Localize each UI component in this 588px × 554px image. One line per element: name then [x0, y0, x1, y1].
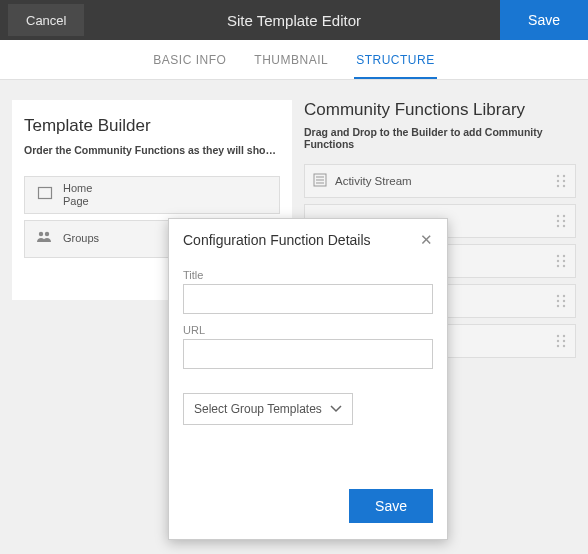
title-input[interactable]	[183, 284, 433, 314]
svg-point-36	[563, 345, 565, 347]
svg-point-20	[563, 255, 565, 257]
title-field-label: Title	[183, 269, 433, 281]
functions-library-title: Community Functions Library	[304, 100, 576, 120]
svg-point-31	[557, 335, 559, 337]
cancel-button[interactable]: Cancel	[8, 4, 84, 36]
modal-save-button[interactable]: Save	[349, 489, 433, 523]
svg-point-23	[557, 265, 559, 267]
top-bar: Cancel Site Template Editor Save	[0, 0, 588, 40]
svg-point-11	[557, 185, 559, 187]
svg-point-9	[557, 180, 559, 182]
drag-handle-icon[interactable]	[555, 334, 567, 348]
tab-basic-info[interactable]: BASIC INFO	[151, 41, 228, 79]
svg-point-29	[557, 305, 559, 307]
svg-point-27	[557, 300, 559, 302]
svg-point-28	[563, 300, 565, 302]
svg-point-2	[45, 232, 49, 236]
svg-point-16	[563, 220, 565, 222]
svg-point-35	[557, 345, 559, 347]
svg-point-33	[557, 340, 559, 342]
drag-handle-icon[interactable]	[555, 294, 567, 308]
drag-handle-icon[interactable]	[555, 174, 567, 188]
drag-handle-icon[interactable]	[555, 254, 567, 268]
url-field-label: URL	[183, 324, 433, 336]
save-button[interactable]: Save	[500, 0, 588, 40]
select-placeholder: Select Group Templates	[194, 402, 322, 416]
modal-title: Configuration Function Details	[183, 232, 371, 248]
library-item-label: Activity Stream	[335, 175, 412, 187]
svg-point-10	[563, 180, 565, 182]
svg-point-25	[557, 295, 559, 297]
svg-point-1	[39, 232, 43, 236]
page-icon	[33, 185, 57, 205]
svg-point-22	[563, 260, 565, 262]
group-templates-select[interactable]: Select Group Templates	[183, 393, 353, 425]
page-title: Site Template Editor	[227, 12, 361, 29]
svg-point-13	[557, 215, 559, 217]
drag-handle-icon[interactable]	[555, 214, 567, 228]
close-icon[interactable]: ✕	[420, 231, 433, 249]
svg-point-15	[557, 220, 559, 222]
config-function-modal: Configuration Function Details ✕ Title U…	[168, 218, 448, 540]
template-builder-title: Template Builder	[24, 116, 280, 136]
svg-point-8	[563, 175, 565, 177]
tab-structure[interactable]: STRUCTURE	[354, 41, 437, 79]
svg-rect-0	[39, 188, 52, 199]
svg-point-34	[563, 340, 565, 342]
list-icon	[313, 173, 327, 190]
builder-item-label: Home Page	[63, 182, 92, 208]
svg-point-7	[557, 175, 559, 177]
svg-point-14	[563, 215, 565, 217]
svg-point-12	[563, 185, 565, 187]
svg-point-18	[563, 225, 565, 227]
svg-point-32	[563, 335, 565, 337]
svg-point-21	[557, 260, 559, 262]
tab-bar: BASIC INFO THUMBNAIL STRUCTURE	[0, 40, 588, 80]
svg-point-26	[563, 295, 565, 297]
tab-thumbnail[interactable]: THUMBNAIL	[252, 41, 330, 79]
library-item[interactable]: Activity Stream	[304, 164, 576, 198]
template-builder-subtitle: Order the Community Functions as they wi…	[24, 144, 280, 156]
url-input[interactable]	[183, 339, 433, 369]
builder-item-home[interactable]: Home Page	[24, 176, 280, 214]
chevron-down-icon	[330, 402, 342, 416]
svg-point-19	[557, 255, 559, 257]
builder-item-label: Groups	[63, 232, 99, 245]
svg-point-30	[563, 305, 565, 307]
svg-point-24	[563, 265, 565, 267]
functions-library-subtitle: Drag and Drop to the Builder to add Comm…	[304, 126, 576, 150]
svg-point-17	[557, 225, 559, 227]
groups-icon	[33, 230, 57, 248]
